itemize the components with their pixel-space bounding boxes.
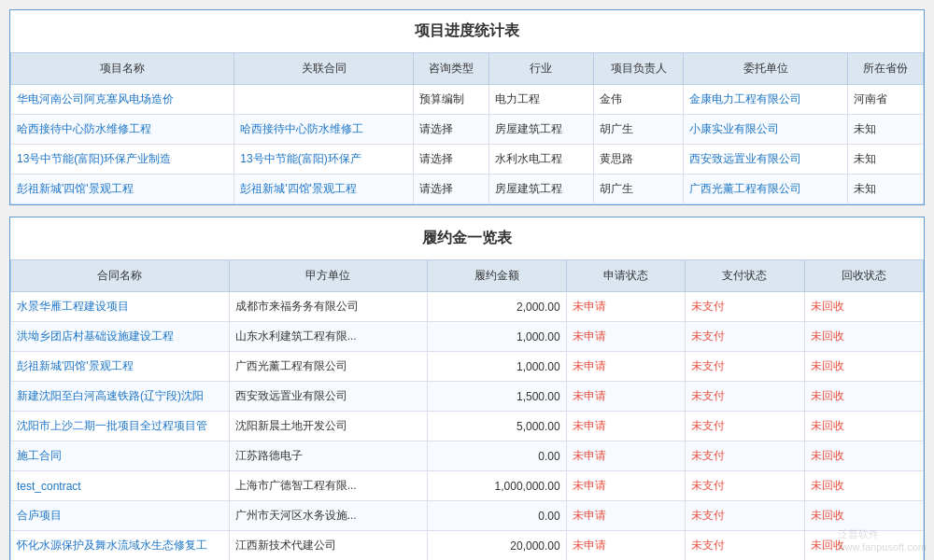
table-cell: 房屋建筑工程 (488, 115, 593, 145)
table-row: 彭祖新城'四馆'景观工程彭祖新城'四馆'景观工程请选择房屋建筑工程胡广生广西光薰… (11, 175, 924, 204)
contract-payment-tbody: 水景华雁工程建设项目成都市来福务务有限公司2,000.00未申请未支付未回收洪坳… (11, 292, 924, 561)
watermark-url: www.fanpusoft.com (838, 541, 927, 553)
watermark-brand: 泛普软件 (838, 528, 879, 539)
table-cell[interactable]: 西安致远置业有限公司 (684, 145, 848, 175)
table-cell: 未回收 (804, 412, 923, 441)
table-cell[interactable]: 合庐项目 (11, 501, 230, 531)
cell-link[interactable]: 合庐项目 (17, 509, 62, 522)
table-row: 华电河南公司阿克塞风电场造价预算编制电力工程金伟金康电力工程有限公司河南省 (11, 85, 924, 115)
table-cell: 金伟 (593, 85, 684, 115)
table-cell: 未知 (848, 175, 924, 204)
th-province: 所在省份 (848, 53, 924, 85)
cell-link[interactable]: 怀化水源保护及舞水流域水生态修复工 (17, 539, 207, 552)
table-cell: 胡广生 (593, 175, 684, 204)
project-progress-title: 项目进度统计表 (10, 10, 924, 52)
table-cell: 请选择 (413, 145, 488, 175)
th-manager: 项目负责人 (593, 53, 684, 85)
table-cell: 未回收 (804, 292, 923, 322)
table-cell: 未回收 (804, 382, 923, 412)
table-cell: 未支付 (686, 382, 804, 412)
table-row: test_contract上海市广德智工程有限...1,000,000.00未申… (11, 471, 924, 501)
contract-payment-section: 履约金一览表 合同名称 甲方单位 履约金额 申请状态 支付状态 回收状态 水景华… (9, 217, 925, 560)
th-apply-status: 申请状态 (566, 260, 685, 292)
cell-link[interactable]: 小康实业有限公司 (689, 122, 779, 135)
table-cell: 5,000.00 (428, 412, 567, 441)
project-progress-section: 项目进度统计表 项目名称 关联合同 咨询类型 行业 项目负责人 委托单位 所在省… (9, 9, 925, 205)
table-cell: 未申请 (566, 382, 685, 412)
table-row: 洪坳乡团店村基础设施建设工程山东水利建筑工程有限...1,000.00未申请未支… (11, 322, 924, 352)
table-cell[interactable]: 新建沈阳至白河高速铁路(辽宁段)沈阳 (11, 382, 230, 412)
table-row: 哈西接待中心防水维修工程哈西接待中心防水维修工请选择房屋建筑工程胡广生小康实业有… (11, 115, 924, 145)
cell-link[interactable]: 广西光薰工程有限公司 (689, 182, 801, 195)
project-progress-header-row: 项目名称 关联合同 咨询类型 行业 项目负责人 委托单位 所在省份 (11, 53, 924, 85)
cell-link[interactable]: 水景华雁工程建设项目 (17, 300, 129, 313)
table-cell: 成都市来福务务有限公司 (229, 292, 427, 322)
table-cell[interactable]: 彭祖新城'四馆'景观工程 (11, 175, 234, 204)
cell-link[interactable]: 金康电力工程有限公司 (689, 92, 801, 105)
table-cell[interactable]: 哈西接待中心防水维修工 (234, 115, 414, 145)
table-cell: 西安致远置业有限公司 (229, 382, 427, 412)
table-cell: 黄思路 (593, 145, 684, 175)
table-cell[interactable]: 彭祖新城'四馆'景观工程 (234, 175, 414, 204)
cell-link[interactable]: 新建沈阳至白河高速铁路(辽宁段)沈阳 (17, 389, 204, 402)
table-cell[interactable]: 哈西接待中心防水维修工程 (11, 115, 234, 145)
table-cell: 未支付 (686, 352, 804, 382)
cell-link[interactable]: 13号中节能(富阳)环保产 (240, 152, 361, 165)
table-cell[interactable]: 小康实业有限公司 (684, 115, 848, 145)
th-consult-type: 咨询类型 (413, 53, 488, 85)
table-cell: 未回收 (804, 471, 923, 501)
cell-link[interactable]: 哈西接待中心防水维修工程 (17, 122, 151, 135)
table-cell[interactable]: 施工合同 (11, 441, 230, 471)
cell-link[interactable]: 西安致远置业有限公司 (689, 152, 801, 165)
table-cell: 未支付 (686, 412, 804, 441)
table-cell[interactable]: 金康电力工程有限公司 (684, 85, 848, 115)
cell-link[interactable]: 13号中节能(富阳)环保产业制造 (17, 152, 171, 165)
table-row: 13号中节能(富阳)环保产业制造13号中节能(富阳)环保产请选择水利水电工程黄思… (11, 145, 924, 175)
table-cell: 沈阳新晨土地开发公司 (229, 412, 427, 441)
table-cell[interactable]: 华电河南公司阿克塞风电场造价 (11, 85, 234, 115)
cell-link[interactable]: 沈阳市上沙二期一批项目全过程项目管 (17, 419, 207, 432)
table-cell: 胡广生 (593, 115, 684, 145)
th-party: 甲方单位 (229, 260, 427, 292)
table-cell: 1,000,000.00 (428, 471, 567, 501)
table-cell[interactable]: 洪坳乡团店村基础设施建设工程 (11, 322, 230, 352)
table-cell: 1,500.00 (428, 382, 567, 412)
table-cell[interactable]: 怀化水源保护及舞水流域水生态修复工 (11, 531, 230, 561)
table-cell[interactable]: 水景华雁工程建设项目 (11, 292, 230, 322)
cell-link[interactable]: 哈西接待中心防水维修工 (240, 122, 363, 135)
table-row: 合庐项目广州市天河区水务设施...0.00未申请未支付未回收 (11, 501, 924, 531)
table-cell[interactable]: 彭祖新城'四馆'景观工程 (11, 352, 230, 382)
project-progress-tbody: 华电河南公司阿克塞风电场造价预算编制电力工程金伟金康电力工程有限公司河南省哈西接… (11, 85, 924, 204)
table-cell[interactable]: 13号中节能(富阳)环保产 (234, 145, 414, 175)
cell-link[interactable]: 彭祖新城'四馆'景观工程 (17, 359, 134, 372)
cell-link[interactable]: 施工合同 (17, 449, 62, 462)
table-cell: 河南省 (848, 85, 924, 115)
table-cell: 未支付 (686, 471, 804, 501)
table-cell[interactable]: 广西光薰工程有限公司 (684, 175, 848, 204)
contract-payment-table: 合同名称 甲方单位 履约金额 申请状态 支付状态 回收状态 水景华雁工程建设项目… (10, 259, 924, 560)
table-cell: 山东水利建筑工程有限... (229, 322, 427, 352)
table-cell: 1,000.00 (428, 352, 567, 382)
table-cell[interactable]: test_contract (11, 471, 230, 501)
cell-link[interactable]: 华电河南公司阿克塞风电场造价 (17, 92, 174, 105)
cell-link[interactable]: 彭祖新城'四馆'景观工程 (17, 182, 134, 195)
table-cell: 房屋建筑工程 (488, 175, 593, 204)
th-contract: 关联合同 (234, 53, 414, 85)
table-cell: 2,000.00 (428, 292, 567, 322)
table-cell: 电力工程 (488, 85, 593, 115)
table-cell[interactable]: 13号中节能(富阳)环保产业制造 (11, 145, 234, 175)
th-amount: 履约金额 (428, 260, 567, 292)
table-cell[interactable]: 沈阳市上沙二期一批项目全过程项目管 (11, 412, 230, 441)
table-cell: 0.00 (428, 501, 567, 531)
th-contract-name: 合同名称 (11, 260, 230, 292)
table-cell: 广西光薰工程有限公司 (229, 352, 427, 382)
cell-link[interactable]: test_contract (17, 480, 81, 493)
table-cell: 未支付 (686, 531, 804, 561)
table-cell: 未支付 (686, 292, 804, 322)
page-wrapper: 项目进度统计表 项目名称 关联合同 咨询类型 行业 项目负责人 委托单位 所在省… (9, 9, 925, 560)
table-cell: 预算编制 (413, 85, 488, 115)
cell-link[interactable]: 彭祖新城'四馆'景观工程 (240, 182, 357, 195)
cell-link[interactable]: 洪坳乡团店村基础设施建设工程 (17, 329, 174, 343)
project-progress-table: 项目名称 关联合同 咨询类型 行业 项目负责人 委托单位 所在省份 华电河南公司… (10, 52, 924, 204)
table-row: 水景华雁工程建设项目成都市来福务务有限公司2,000.00未申请未支付未回收 (11, 292, 924, 322)
